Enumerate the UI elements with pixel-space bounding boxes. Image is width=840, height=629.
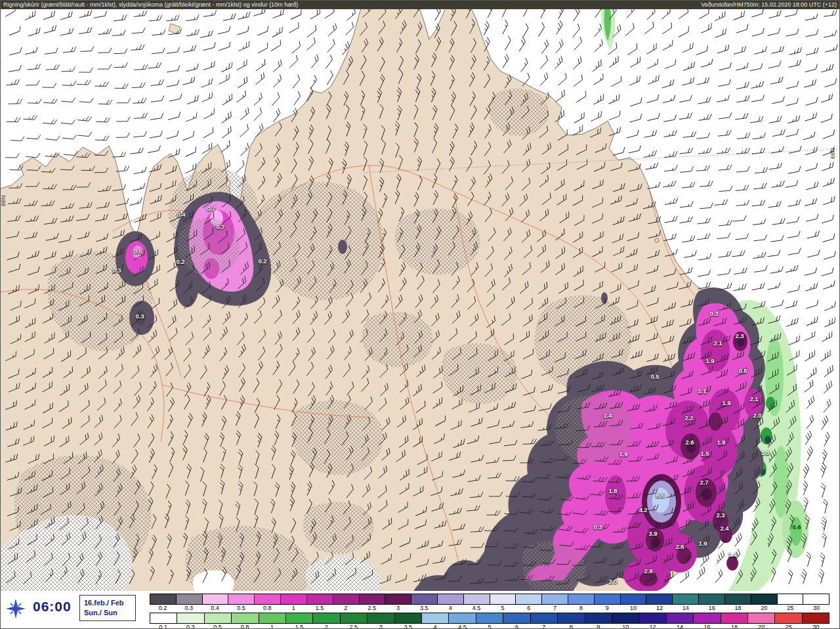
legend-swatch <box>476 613 503 623</box>
legend-swatch <box>673 594 699 604</box>
legend-tick-label: 1.5 <box>306 605 333 611</box>
legend-swatch <box>177 613 204 623</box>
legend-tick-label: 30 <box>803 605 830 611</box>
legend-tick-label: 12 <box>639 624 666 629</box>
legend-swatch <box>368 613 394 623</box>
legend-tick-label: 4 <box>421 624 448 629</box>
legend-tick-label: 2 <box>313 624 340 629</box>
legend-tick-label: 16 <box>694 624 721 629</box>
legend-swatch <box>748 613 775 623</box>
legend-swatch <box>385 594 411 604</box>
legend-tick-label: 0.8 <box>231 624 258 629</box>
legend-swatch <box>464 594 490 604</box>
legend-tick-label: 0.5 <box>204 624 231 629</box>
legend-swatch <box>778 594 804 604</box>
legend-swatch <box>725 594 751 604</box>
legend-tick-label: 0.3 <box>177 624 203 629</box>
legend-swatch <box>341 613 368 623</box>
legend-tick-label: 4.5 <box>449 624 476 629</box>
legend-swatch <box>333 594 360 604</box>
legend-tick-label: 18 <box>725 605 751 611</box>
forecast-day: Sun./ Sun <box>84 608 131 618</box>
weather-map: 66N 66N 0.40.70.70.50.30.20.20.30.32.32.… <box>0 9 840 591</box>
forecast-date-box: 16.feb./ Feb Sun./ Sun <box>79 595 136 621</box>
legend-swatch <box>313 613 340 623</box>
legend-tick-label: 3.5 <box>411 605 437 611</box>
latitude-label-left: 66N <box>0 195 7 206</box>
legend-tick-label: 30 <box>803 624 830 629</box>
model-run-timestamp: Veðurstofan/HM750m: 15.02.2020 18:00 UTC… <box>701 1 837 8</box>
legend-tick-label: 0.1 <box>150 624 177 629</box>
sleet-snow-scale-labels: 0.20.30.40.50.811.522.533.544.5567891012… <box>150 605 830 611</box>
legend-swatch <box>203 594 229 604</box>
legend-swatch <box>542 594 568 604</box>
legend-tick-label: 5 <box>490 605 516 611</box>
legend-tick-label: 2.5 <box>359 605 385 611</box>
legend-swatch <box>422 613 449 623</box>
legend-swatch <box>490 594 516 604</box>
legend-swatch <box>395 613 422 623</box>
legend-tick-label: 3 <box>385 605 411 611</box>
legend-swatch <box>699 594 725 604</box>
legend-swatch <box>360 594 386 604</box>
legend-swatch <box>449 613 476 623</box>
legend-tick-label: 1 <box>280 605 306 611</box>
legend-tick-label: 6 <box>503 624 530 629</box>
legend-tick-label: 25 <box>775 624 802 629</box>
legend-tick-label: 2.5 <box>340 624 367 629</box>
legend-swatch <box>721 613 748 623</box>
legend-tick-label: 10 <box>620 605 646 611</box>
legend-swatch <box>150 594 177 604</box>
legend-swatch <box>639 613 666 623</box>
legend-tick-label: 3 <box>368 624 394 629</box>
legend-swatch <box>646 594 673 604</box>
legend-tick-label: 5 <box>476 624 503 629</box>
legend-swatch <box>150 613 177 623</box>
legend-tick-label: 0.8 <box>254 605 280 611</box>
legend-tick-label: 12 <box>646 605 673 611</box>
legend-swatch <box>612 613 639 623</box>
legend-swatch <box>177 594 203 604</box>
legend-tick-label: 0.3 <box>176 605 202 611</box>
legend-tick-label: 0.4 <box>202 605 228 611</box>
legend-swatch <box>621 594 647 604</box>
legend-tick-label: 9 <box>594 605 620 611</box>
legend-swatch <box>595 594 621 604</box>
legend-tick-label: 2 <box>333 605 359 611</box>
legend-swatch <box>281 594 307 604</box>
legend-tick-label: 14 <box>666 624 693 629</box>
legend-tick-label: 20 <box>751 605 777 611</box>
legend-swatch <box>503 613 530 623</box>
legend-tick-label: 0.5 <box>228 605 255 611</box>
legend-swatch <box>803 594 829 604</box>
legend-swatch <box>667 613 694 623</box>
legend-tick-label: 18 <box>721 624 747 629</box>
rain-scale <box>150 613 830 624</box>
legend-swatch <box>558 613 585 623</box>
legend-tick-label: 0.2 <box>150 605 176 611</box>
legend-tick-label: 6 <box>516 605 542 611</box>
legend-swatch <box>438 594 464 604</box>
forecast-time: 06:00 <box>33 599 72 615</box>
legend-tick-label: 9 <box>585 624 612 629</box>
legend-swatch <box>232 613 259 623</box>
legend-tick-label: 20 <box>748 624 775 629</box>
legend-title-text: Rigning/skúrir (grænt/blátt/rautt - mm/1… <box>3 1 298 8</box>
legend-swatch <box>568 594 595 604</box>
legend-swatch <box>585 613 612 623</box>
latitude-label-right: 66N <box>830 148 836 159</box>
header-bar: Rigning/skúrir (grænt/blátt/rautt - mm/1… <box>0 0 840 9</box>
sleet-snow-scale <box>150 594 830 605</box>
legend-swatch <box>775 613 802 623</box>
legend-swatch <box>803 613 829 623</box>
legend-swatch <box>259 613 286 623</box>
legend-swatch <box>694 613 721 623</box>
legend-swatch <box>516 594 542 604</box>
legend-tick-label: 7 <box>530 624 557 629</box>
wind-rose-icon <box>5 596 26 622</box>
legend-tick-label: 25 <box>777 605 803 611</box>
legend-swatch <box>307 594 333 604</box>
map-canvas: 66N 66N <box>0 9 840 591</box>
legend-tick-label: 10 <box>612 624 639 629</box>
footer-bar: 06:00 16.feb./ Feb Sun./ Sun 0.20.30.40.… <box>0 591 840 629</box>
